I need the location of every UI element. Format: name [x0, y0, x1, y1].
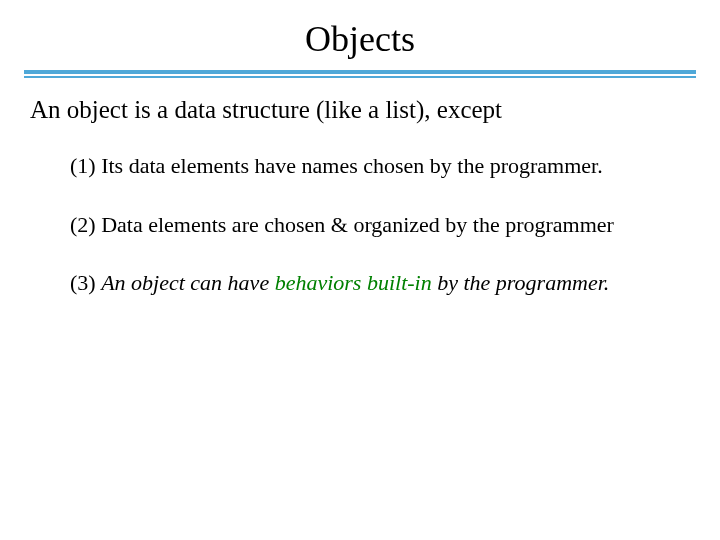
point-3-emphasis: behaviors built-in — [275, 270, 432, 295]
point-3-prefix: (3) — [70, 270, 101, 295]
point-3-part-c: by the programmer. — [432, 270, 610, 295]
point-3: (3) An object can have behaviors built-i… — [70, 269, 690, 298]
divider — [24, 70, 696, 78]
slide: Objects An object is a data structure (l… — [0, 0, 720, 540]
intro-text: An object is a data structure (like a li… — [0, 96, 720, 124]
divider-line-thin — [24, 76, 696, 78]
divider-line-thick — [24, 70, 696, 74]
page-title: Objects — [0, 18, 720, 60]
point-3-part-a: An object can have — [101, 270, 275, 295]
points-list: (1) Its data elements have names chosen … — [0, 152, 720, 298]
point-2: (2) Data elements are chosen & organized… — [70, 211, 690, 240]
point-1: (1) Its data elements have names chosen … — [70, 152, 690, 181]
